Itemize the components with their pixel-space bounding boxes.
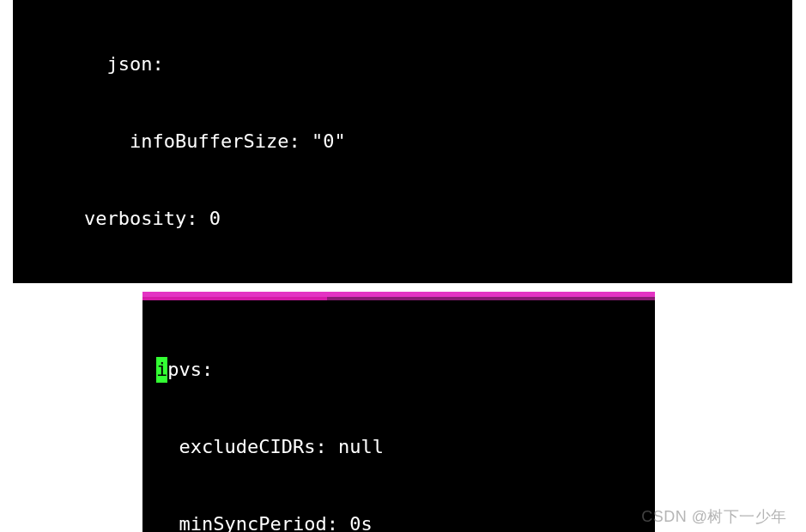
code-line: excludeCIDRs: null (156, 436, 384, 457)
code-line: infoBufferSize: "0" (39, 130, 346, 152)
code-line: json: (39, 53, 164, 75)
terminal-2-window: ipvs: excludeCIDRs: null minSyncPeriod: … (142, 292, 655, 532)
text-cursor: i (156, 357, 167, 383)
terminal-2[interactable]: ipvs: excludeCIDRs: null minSyncPeriod: … (142, 300, 655, 532)
code-line: verbosity: 0 (39, 208, 221, 229)
terminal-1[interactable]: json: infoBufferSize: "0" verbosity: 0 m… (13, 0, 792, 283)
watermark: CSDN @树下一少年 (641, 506, 787, 527)
code-line: minSyncPeriod: 0s (156, 513, 373, 532)
code-line: ipvs: (156, 359, 213, 380)
